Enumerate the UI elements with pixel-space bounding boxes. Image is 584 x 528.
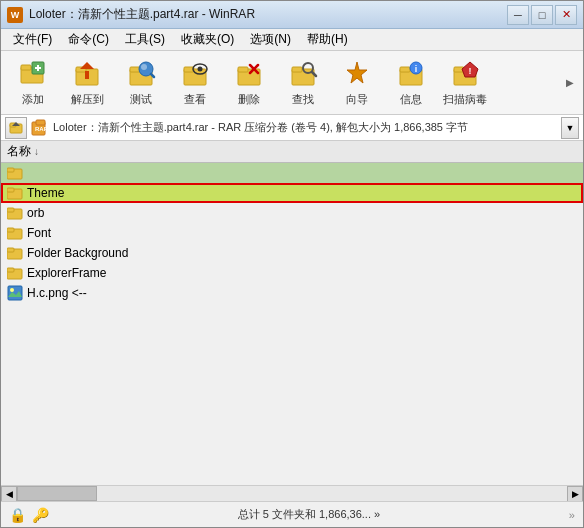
list-item[interactable] [1, 163, 583, 183]
view-icon [179, 58, 211, 90]
svg-marker-7 [80, 62, 94, 69]
wizard-button[interactable]: 向导 [331, 55, 383, 111]
file-name: ExplorerFrame [27, 266, 106, 280]
sort-arrow-icon: ↓ [34, 146, 39, 157]
svg-rect-46 [7, 208, 14, 212]
toolbar: 添加 解压到 [1, 51, 583, 115]
test-button[interactable]: 测试 [115, 55, 167, 111]
svg-rect-23 [292, 67, 302, 72]
status-text: 总计 5 文件夹和 1,866,36... » [238, 507, 380, 522]
svg-rect-19 [238, 67, 248, 72]
delete-icon [233, 58, 265, 90]
folder-icon [7, 265, 23, 281]
svg-rect-8 [85, 71, 89, 79]
view-label: 查看 [184, 92, 206, 107]
info-button[interactable]: i 信息 [385, 55, 437, 111]
list-item[interactable]: Folder Background [1, 243, 583, 263]
add-button[interactable]: 添加 [7, 55, 59, 111]
content-area: 名称 ↓ [1, 141, 583, 501]
list-item[interactable]: Theme [1, 183, 583, 203]
folder-icon [7, 165, 23, 181]
file-name: H.c.png <-- [27, 286, 87, 300]
list-item[interactable]: ExplorerFrame [1, 263, 583, 283]
svg-rect-1 [21, 65, 31, 70]
name-column-header[interactable]: 名称 ↓ [7, 143, 39, 160]
list-item[interactable]: orb [1, 203, 583, 223]
folder-icon [7, 225, 23, 241]
view-button[interactable]: 查看 [169, 55, 221, 111]
path-dropdown-button[interactable]: ▼ [561, 117, 579, 139]
status-more-icon: » [569, 509, 575, 521]
add-label: 添加 [22, 92, 44, 107]
rar-icon: RAR [31, 119, 49, 137]
scroll-track[interactable] [17, 486, 567, 501]
menu-options[interactable]: 选项(N) [242, 29, 299, 50]
window-title: Loloter：清新个性主题.part4.rar - WinRAR [29, 6, 507, 23]
file-name: Folder Background [27, 246, 128, 260]
svg-point-54 [10, 288, 14, 292]
svg-text:i: i [415, 64, 418, 74]
info-icon: i [395, 58, 427, 90]
close-button[interactable]: ✕ [555, 5, 577, 25]
file-name: Font [27, 226, 51, 240]
menu-file[interactable]: 文件(F) [5, 29, 60, 50]
svg-rect-10 [130, 67, 140, 72]
svg-rect-39 [36, 120, 45, 125]
list-item[interactable]: Font [1, 223, 583, 243]
svg-rect-52 [7, 268, 14, 272]
folder-icon [7, 185, 23, 201]
scroll-right-button[interactable]: ▶ [567, 486, 583, 502]
path-up-button[interactable] [5, 117, 27, 139]
add-icon [17, 58, 49, 90]
path-bar: RAR Loloter：清新个性主题.part4.rar - RAR 压缩分卷 … [1, 115, 583, 141]
svg-point-17 [198, 67, 203, 72]
svg-rect-50 [7, 248, 14, 252]
svg-rect-48 [7, 228, 14, 232]
find-label: 查找 [292, 92, 314, 107]
maximize-button[interactable]: □ [531, 5, 553, 25]
scan-label: 扫描病毒 [443, 92, 487, 107]
menu-help[interactable]: 帮助(H) [299, 29, 356, 50]
svg-text:RAR: RAR [35, 126, 49, 132]
name-column-label: 名称 [7, 143, 31, 160]
svg-marker-26 [347, 62, 367, 83]
test-icon [125, 58, 157, 90]
svg-text:!: ! [469, 66, 472, 76]
toolbar-more-button[interactable]: ▶ [563, 55, 577, 111]
list-item[interactable]: H.c.png <-- [1, 283, 583, 303]
menu-bar: 文件(F) 命令(C) 工具(S) 收藏夹(O) 选项(N) 帮助(H) [1, 29, 583, 51]
test-label: 测试 [130, 92, 152, 107]
horizontal-scrollbar[interactable]: ◀ ▶ [1, 485, 583, 501]
menu-favorites[interactable]: 收藏夹(O) [173, 29, 242, 50]
extract-icon [71, 58, 103, 90]
svg-rect-44 [7, 188, 14, 192]
menu-tools[interactable]: 工具(S) [117, 29, 173, 50]
find-button[interactable]: 查找 [277, 55, 329, 111]
delete-button[interactable]: 删除 [223, 55, 275, 111]
folder-icon [7, 245, 23, 261]
scroll-thumb[interactable] [17, 486, 97, 501]
title-bar: W Loloter：清新个性主题.part4.rar - WinRAR ─ □ … [1, 1, 583, 29]
status-bar: 🔒 🔑 总计 5 文件夹和 1,866,36... » » [1, 501, 583, 527]
window-controls: ─ □ ✕ [507, 5, 577, 25]
file-name: Theme [27, 186, 64, 200]
app-icon: W [7, 7, 23, 23]
scroll-left-button[interactable]: ◀ [1, 486, 17, 502]
main-window: W Loloter：清新个性主题.part4.rar - WinRAR ─ □ … [0, 0, 584, 528]
scan-icon: ! [449, 58, 481, 90]
find-icon [287, 58, 319, 90]
key-icon: 🔑 [32, 507, 49, 523]
menu-command[interactable]: 命令(C) [60, 29, 117, 50]
wizard-label: 向导 [346, 92, 368, 107]
image-file-icon [7, 285, 23, 301]
file-list-header: 名称 ↓ [1, 141, 583, 163]
extract-label: 解压到 [71, 92, 104, 107]
minimize-button[interactable]: ─ [507, 5, 529, 25]
file-list: Theme orb [1, 163, 583, 485]
scan-button[interactable]: ! 扫描病毒 [439, 55, 491, 111]
status-left: 🔒 🔑 [9, 507, 49, 523]
folder-icon [7, 205, 23, 221]
svg-rect-28 [400, 67, 410, 72]
delete-label: 删除 [238, 92, 260, 107]
extract-button[interactable]: 解压到 [61, 55, 113, 111]
